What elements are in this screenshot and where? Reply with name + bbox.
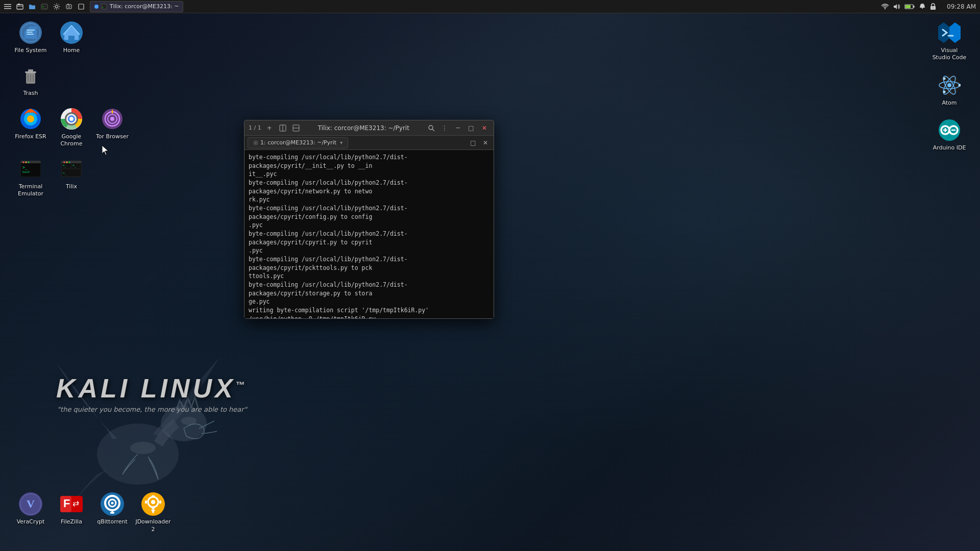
veracrypt-label: VeraCrypt xyxy=(17,518,45,525)
win-min-btn[interactable]: ─ xyxy=(453,123,463,133)
kali-branding: KALI LINUX™ "the quieter you become, the… xyxy=(56,373,248,413)
term-line-9: ttools.pyc xyxy=(249,272,489,281)
svg-point-18 xyxy=(885,8,886,9)
win-close-btn[interactable]: ✕ xyxy=(479,123,489,133)
svg-rect-26 xyxy=(27,30,35,31)
kali-subtitle: "the quieter you become, the more you ar… xyxy=(56,406,248,413)
svg-point-54 xyxy=(26,162,27,163)
inner-close-btn[interactable]: ✕ xyxy=(480,138,491,148)
svg-point-23 xyxy=(933,7,934,8)
svg-point-67 xyxy=(69,162,70,163)
svg-rect-21 xyxy=(905,5,911,8)
desktop-icon-chrome[interactable]: Google Chrome xyxy=(51,104,92,151)
qbittorrent-icon-img xyxy=(100,492,125,516)
win-search-btn[interactable] xyxy=(426,123,436,133)
lock-icon xyxy=(930,3,936,10)
desktop-icon-jdownloader[interactable]: JDownloader 2 xyxy=(133,489,174,536)
tab-close-btn[interactable]: ▾ xyxy=(340,140,342,145)
svg-text:>_: >_ xyxy=(72,163,77,167)
terminal-tab-1[interactable]: 1: corcor@ME3213: ~/Pyrit ▾ xyxy=(248,137,348,148)
tilix-title-text: Tilix: corcor@ME3213: ~/Pyrit xyxy=(304,124,423,132)
tor-label: Tor Browser xyxy=(96,133,129,140)
desktop-icon-trash[interactable]: Trash xyxy=(10,61,51,99)
desktop-icon-atom[interactable]: Atom xyxy=(929,70,970,109)
svg-point-75 xyxy=(943,90,946,93)
svg-text:⇄: ⇄ xyxy=(72,499,79,508)
desktop-icon-tilix[interactable]: >_ >_ >_ Tilix xyxy=(51,154,92,201)
filesystem-icon-img xyxy=(18,20,43,45)
desktop-icon-qbittorrent[interactable]: qBittorrent xyxy=(92,489,133,536)
taskbar-left: >_ xyxy=(0,1,87,12)
svg-text:bash: bash xyxy=(22,170,30,173)
atom-label: Atom xyxy=(942,99,957,107)
svg-rect-27 xyxy=(27,32,33,33)
svg-rect-32 xyxy=(28,69,33,71)
tor-icon-img xyxy=(100,107,125,131)
svg-point-92 xyxy=(111,502,114,505)
taskbar-menu-btn[interactable] xyxy=(2,1,13,12)
chrome-icon-img xyxy=(59,107,84,131)
svg-rect-14 xyxy=(67,4,69,5)
trash-label: Trash xyxy=(23,90,38,97)
term-line-7: .pyc xyxy=(249,246,489,255)
svg-point-66 xyxy=(66,162,68,163)
term-line-8: byte-compiling /usr/local/lib/python2.7/… xyxy=(249,255,489,272)
tilix-icon-img: >_ >_ >_ xyxy=(59,157,84,181)
svg-line-108 xyxy=(432,129,434,131)
svg-point-13 xyxy=(68,6,70,8)
svg-point-72 xyxy=(947,83,951,87)
term-line-2: byte-compiling /usr/local/lib/python2.7/… xyxy=(249,179,489,195)
svg-rect-12 xyxy=(66,5,71,9)
taskbar-folder-btn[interactable] xyxy=(27,1,38,12)
desktop-icon-firefox[interactable]: Firefox ESR xyxy=(10,104,51,151)
desktop-icon-terminal[interactable]: >_ bash Terminal Emulator xyxy=(10,154,51,201)
desktop-icon-veracrypt[interactable]: V VeraCrypt xyxy=(10,489,51,536)
win-max-btn[interactable]: □ xyxy=(466,123,476,133)
svg-point-53 xyxy=(23,162,24,163)
term-line-5: .pyc xyxy=(249,221,489,230)
home-icon-img xyxy=(59,20,84,45)
desktop-icon-home[interactable]: Home xyxy=(51,18,92,57)
tilix-titlebar: 1 / 1 + Tilix: corcor@ME3213: ~/Pyrit ⋮ … xyxy=(244,120,494,136)
trash-icon-img xyxy=(18,63,43,88)
tab-label: 1: corcor@ME3213: ~/Pyrit xyxy=(260,139,336,146)
terminal-icon-img: >_ bash xyxy=(18,157,43,181)
svg-text:>_: >_ xyxy=(22,165,28,170)
terminal-content: byte-compiling /usr/local/lib/python2.7/… xyxy=(244,150,494,318)
tab-split-v-btn[interactable] xyxy=(278,123,288,133)
desktop-icon-filezilla[interactable]: F ⇄ FileZilla xyxy=(51,489,92,536)
win-menu-btn[interactable]: ⋮ xyxy=(439,123,450,133)
term-line-6: byte-compiling /usr/local/lib/python2.7/… xyxy=(249,230,489,246)
desktop-row-1: File System Home xyxy=(10,18,133,57)
volume-icon xyxy=(893,3,900,10)
taskbar-settings-btn[interactable] xyxy=(51,1,62,12)
taskbar-files-btn[interactable] xyxy=(14,1,26,12)
tab-split-h-btn[interactable] xyxy=(291,123,301,133)
svg-rect-101 xyxy=(159,500,161,504)
desktop-icon-arduino[interactable]: Arduino IDE xyxy=(929,115,970,154)
tab-add-btn[interactable]: + xyxy=(264,123,275,133)
taskbar-terminal-btn[interactable]: >_ xyxy=(39,1,50,12)
svg-rect-20 xyxy=(913,6,915,8)
qbittorrent-label: qBittorrent xyxy=(97,518,128,525)
arduino-label: Arduino IDE xyxy=(933,144,966,152)
inner-max-btn[interactable]: □ xyxy=(468,138,478,148)
time-display: 09:28 AM xyxy=(940,3,976,10)
desktop-row-4: >_ bash Terminal Emulator xyxy=(10,154,133,201)
svg-rect-100 xyxy=(145,500,147,504)
svg-point-74 xyxy=(943,77,946,80)
term-line-11: ge.pyc xyxy=(249,297,489,306)
network-icon xyxy=(881,3,889,10)
svg-point-55 xyxy=(28,162,30,163)
term-line-1: it__.pyc xyxy=(249,170,489,179)
taskbar-tilix-app[interactable]: >_ Tilix: corcor@ME3213: ~ xyxy=(90,1,183,12)
taskbar-app-label: Tilix: corcor@ME3213: ~ xyxy=(110,3,179,10)
desktop-icon-tor[interactable]: Tor Browser xyxy=(92,104,133,151)
svg-point-2 xyxy=(181,417,197,425)
desktop-icon-filesystem[interactable]: File System xyxy=(10,18,51,57)
taskbar-screenshot-btn[interactable] xyxy=(63,1,75,12)
desktop-icon-vscode[interactable]: Visual Studio Code xyxy=(929,18,970,64)
taskbar-square-btn[interactable] xyxy=(76,1,87,12)
svg-rect-4 xyxy=(4,4,11,5)
svg-point-47 xyxy=(110,117,114,121)
